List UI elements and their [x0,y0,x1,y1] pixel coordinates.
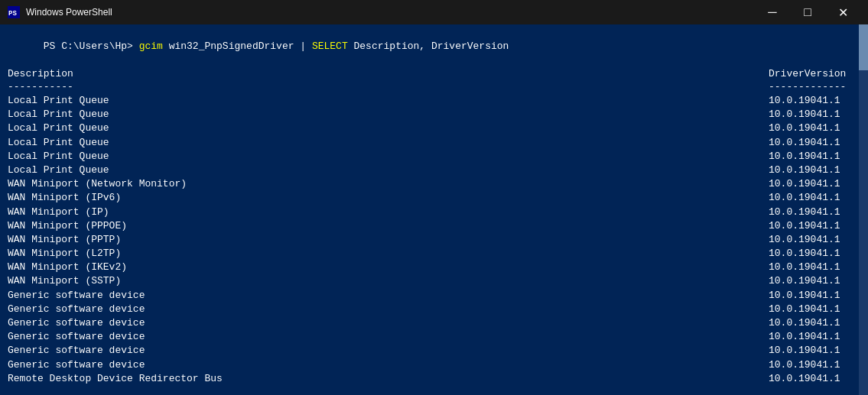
table-row: Local Print Queue10.0.19041.1 [8,164,860,177]
table-row: WAN Miniport (PPTP)10.0.19041.1 [8,233,860,247]
row-version: 10.0.19041.1 [769,316,860,330]
row-description: WAN Miniport (SSTP) [8,274,769,288]
close-button[interactable]: ✕ [825,0,860,24]
table-header: Description DriverVersion [8,68,860,79]
table-row: Generic software device10.0.19041.1 [8,358,860,372]
titlebar: PS Windows PowerShell ─ □ ✕ [0,0,868,24]
col-version-header: DriverVersion [769,68,860,79]
table-row: Generic software device10.0.19041.1 [8,316,860,330]
minimize-button[interactable]: ─ [755,0,790,24]
table-row: WAN Miniport (IPv6)10.0.19041.1 [8,191,860,205]
svg-text:PS: PS [8,10,17,18]
row-version: 10.0.19041.1 [769,303,860,316]
command-rest: Description, DriverVersion [348,40,509,52]
row-version: 10.0.19041.1 [769,150,860,164]
prompt-line: PS C:\Users\Hp> gcim win32_PnpSignedDriv… [8,29,860,63]
table-row: Local Print Queue10.0.19041.1 [8,94,860,108]
row-description: Local Print Queue [8,164,769,177]
prompt-text: PS C:\Users\Hp> [44,40,139,52]
row-description: WAN Miniport (IP) [8,206,769,219]
row-version: 10.0.19041.1 [769,94,860,108]
row-description: Generic software device [8,358,769,372]
row-description: Local Print Queue [8,136,769,150]
row-version: 10.0.19041.1 [769,121,860,135]
table-row: Local Print Queue10.0.19041.1 [8,150,860,164]
row-description: WAN Miniport (IPv6) [8,191,769,205]
row-version: 10.0.19041.1 [769,108,860,121]
window-title: Windows PowerShell [26,7,755,18]
table-row: Generic software device10.0.19041.1 [8,289,860,303]
table-rows: Local Print Queue10.0.19041.1Local Print… [8,94,860,386]
row-description: Generic software device [8,303,769,316]
scrollbar[interactable] [859,24,868,395]
command-select: SELECT [312,40,348,52]
table-row: WAN Miniport (PPPOE)10.0.19041.1 [8,219,860,233]
table-row: Remote Desktop Device Redirector Bus10.0… [8,372,860,386]
row-description: Remote Desktop Device Redirector Bus [8,372,769,386]
row-version: 10.0.19041.1 [769,206,860,219]
col-description-header: Description [8,68,769,79]
row-description: Generic software device [8,330,769,344]
row-description: Local Print Queue [8,94,769,108]
maximize-button[interactable]: □ [790,0,825,24]
row-version: 10.0.19041.1 [769,247,860,261]
row-version: 10.0.19041.1 [769,191,860,205]
table-row: Generic software device10.0.19041.1 [8,344,860,358]
row-description: Generic software device [8,289,769,303]
row-version: 10.0.19041.1 [769,164,860,177]
table-row: WAN Miniport (IKEv2)10.0.19041.1 [8,261,860,274]
output-table: Description DriverVersion ----------- --… [8,68,860,386]
row-description: WAN Miniport (PPTP) [8,233,769,247]
table-row: WAN Miniport (IP)10.0.19041.1 [8,206,860,219]
command-pipe-target: win32_PnpSignedDriver | [163,40,312,52]
row-description: Generic software device [8,316,769,330]
row-description: WAN Miniport (Network Monitor) [8,177,769,191]
command-gcim: gcim [139,40,163,52]
table-separator: ----------- ------------- [8,81,860,92]
table-row: WAN Miniport (L2TP)10.0.19041.1 [8,247,860,261]
row-description: WAN Miniport (PPPOE) [8,219,769,233]
col-description-sep: ----------- [8,81,769,92]
table-row: Local Print Queue10.0.19041.1 [8,136,860,150]
row-description: WAN Miniport (IKEv2) [8,261,769,274]
powershell-icon: PS [8,6,20,18]
table-row: WAN Miniport (Network Monitor)10.0.19041… [8,177,860,191]
row-version: 10.0.19041.1 [769,358,860,372]
scrollbar-thumb[interactable] [859,24,868,70]
row-version: 10.0.19041.1 [769,261,860,274]
table-row: WAN Miniport (SSTP)10.0.19041.1 [8,274,860,288]
terminal-body: PS C:\Users\Hp> gcim win32_PnpSignedDriv… [0,24,868,395]
row-description: Local Print Queue [8,150,769,164]
row-version: 10.0.19041.1 [769,233,860,247]
window-controls: ─ □ ✕ [755,0,860,24]
row-version: 10.0.19041.1 [769,289,860,303]
col-version-sep: ------------- [769,81,860,92]
row-description: Local Print Queue [8,121,769,135]
row-description: Local Print Queue [8,108,769,121]
row-version: 10.0.19041.1 [769,274,860,288]
row-version: 10.0.19041.1 [769,344,860,358]
table-row: Local Print Queue10.0.19041.1 [8,108,860,121]
table-row: Local Print Queue10.0.19041.1 [8,121,860,135]
table-row: Generic software device10.0.19041.1 [8,303,860,316]
table-row: Generic software device10.0.19041.1 [8,330,860,344]
row-version: 10.0.19041.1 [769,177,860,191]
row-version: 10.0.19041.1 [769,136,860,150]
row-description: WAN Miniport (L2TP) [8,247,769,261]
powershell-window: PS Windows PowerShell ─ □ ✕ PS C:\Users\… [0,0,868,395]
row-description: Generic software device [8,344,769,358]
row-version: 10.0.19041.1 [769,372,860,386]
row-version: 10.0.19041.1 [769,330,860,344]
row-version: 10.0.19041.1 [769,219,860,233]
